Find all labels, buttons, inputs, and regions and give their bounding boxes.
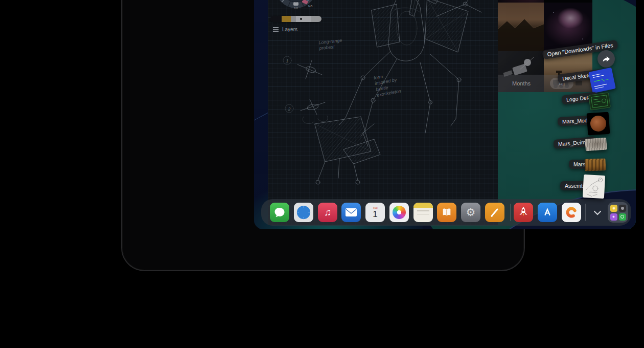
drag-thumb-mars-deimos[interactable] — [585, 138, 607, 151]
drag-thumb-logo-detail[interactable] — [588, 92, 611, 110]
screenshot-stage: 1 2 convert to solar comms satellite V.2… — [0, 0, 644, 348]
drag-session-layer: Open "Downloads" in Files Decal Sketches — [254, 0, 636, 229]
assembly-sketch-art — [583, 175, 605, 199]
drag-thumb-mars-model[interactable] — [587, 112, 610, 136]
drag-thumb-decal-sketches[interactable] — [588, 68, 616, 94]
ipad-device: 1 2 convert to solar comms satellite V.2… — [121, 0, 525, 271]
ipad-screen: 1 2 convert to solar comms satellite V.2… — [254, 0, 636, 229]
mars-model-sphere — [590, 115, 607, 132]
decal-sketch-art — [588, 68, 616, 94]
drag-thumb-mars[interactable] — [585, 158, 606, 171]
logo-detail-art — [589, 93, 610, 110]
share-forward-button[interactable] — [597, 50, 615, 68]
drag-thumb-assembly[interactable] — [583, 175, 605, 199]
forward-arrow-icon — [602, 55, 611, 62]
